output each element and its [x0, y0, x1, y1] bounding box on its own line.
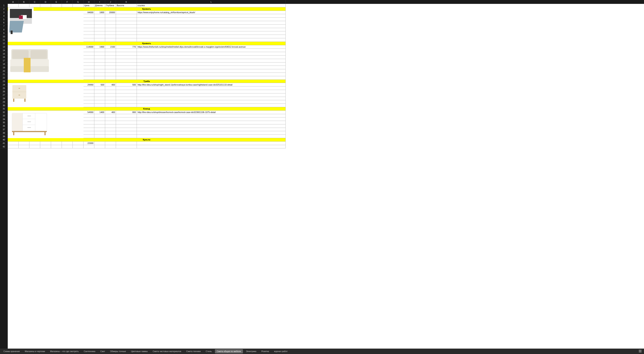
cell-42-B[interactable]: [18, 145, 30, 149]
cell-30-I[interactable]: [94, 104, 105, 107]
cell-4-E[interactable]: [51, 14, 62, 18]
cell-37-E[interactable]: [51, 128, 62, 131]
cell-3-D[interactable]: [40, 11, 51, 14]
cell-24-K[interactable]: 500: [116, 83, 137, 87]
cell-26-F[interactable]: [62, 90, 73, 93]
row-header-18[interactable]: 18: [0, 63, 8, 66]
cell-17-H[interactable]: [84, 59, 94, 63]
row-header-40[interactable]: 40: [0, 138, 8, 142]
cell-33-G[interactable]: [73, 114, 84, 118]
cell-3-G[interactable]: [73, 11, 84, 14]
cell-7-F[interactable]: [62, 25, 73, 28]
cell-21-G[interactable]: [73, 73, 84, 76]
cell-17-J[interactable]: [105, 59, 116, 63]
cell-25-E[interactable]: [51, 87, 62, 90]
cell-10-K[interactable]: [116, 35, 137, 38]
cell-36-K[interactable]: [116, 124, 137, 128]
cell-11-G[interactable]: [73, 38, 84, 42]
cell-26-H[interactable]: [84, 90, 94, 93]
cell-42-K[interactable]: [116, 145, 137, 149]
row-header-19[interactable]: 19: [0, 66, 8, 69]
cell-28-C[interactable]: [30, 97, 40, 100]
cell-30-E[interactable]: [51, 104, 62, 107]
cell-17-I[interactable]: [94, 59, 105, 63]
cell-6-K[interactable]: [116, 21, 137, 25]
cell-19-I[interactable]: [94, 66, 105, 69]
cell-9-D[interactable]: [40, 31, 51, 35]
cell-33-L[interactable]: [137, 114, 286, 118]
cell-16-J[interactable]: [105, 56, 116, 59]
cell-27-E[interactable]: [51, 93, 62, 97]
cell-29-C[interactable]: [30, 100, 40, 104]
cell-38-L[interactable]: [137, 131, 286, 135]
cell-32-H[interactable]: 54990: [84, 111, 94, 114]
col-header-L[interactable]: L: [137, 0, 286, 4]
cell-10-H[interactable]: [84, 35, 94, 38]
cell-29-L[interactable]: [137, 100, 286, 104]
row-header-22[interactable]: 22: [0, 76, 8, 80]
cell-33-I[interactable]: [94, 114, 105, 118]
sheet-tab[interactable]: Розетка: [260, 349, 271, 353]
cell-38-F[interactable]: [62, 131, 73, 135]
cell-30-A[interactable]: [8, 104, 18, 107]
cell-24-I[interactable]: 500: [94, 83, 105, 87]
cell-34-H[interactable]: [84, 117, 94, 121]
cell-15-K[interactable]: [116, 52, 137, 56]
cell-19-G[interactable]: [73, 66, 84, 69]
cell-7-L[interactable]: [137, 25, 286, 28]
cell-24-D[interactable]: [40, 83, 51, 87]
cell-11-L[interactable]: [137, 38, 286, 42]
cell-24-C[interactable]: [30, 83, 40, 87]
row-header-4[interactable]: 4: [0, 14, 8, 18]
cell-39-H[interactable]: [84, 135, 94, 138]
cell-3-I[interactable]: 1800: [94, 11, 105, 14]
cell-10-B[interactable]: [18, 35, 30, 38]
cell-39-F[interactable]: [62, 135, 73, 138]
section-title[interactable]: Кровать: [8, 42, 286, 45]
cell-39-E[interactable]: [51, 135, 62, 138]
cell-34-L[interactable]: [137, 117, 286, 121]
cell-15-E[interactable]: [51, 52, 62, 56]
row-header-34[interactable]: 34: [0, 117, 8, 121]
row-header-6[interactable]: 6: [0, 21, 8, 25]
cell-22-F[interactable]: [62, 76, 73, 80]
cell-32-F[interactable]: [62, 111, 73, 114]
cell-30-K[interactable]: [116, 104, 137, 107]
cell-24-L[interactable]: http://the-idea.ru/shop/night_stand-1/pr…: [137, 83, 286, 87]
cell-22-E[interactable]: [51, 76, 62, 80]
cell-11-C[interactable]: [30, 38, 40, 42]
cell-28-D[interactable]: [40, 97, 51, 100]
sheet-tab[interactable]: Смета чистовых материалов: [151, 349, 183, 353]
cell-37-K[interactable]: [116, 128, 137, 131]
cell-19-H[interactable]: [84, 66, 94, 69]
cell-5-E[interactable]: [51, 18, 62, 21]
sheet-tab[interactable]: Сантехника: [82, 349, 97, 353]
sheet-tab[interactable]: Стиль: [204, 349, 214, 353]
cell-14-K[interactable]: [116, 49, 137, 52]
cell-41-K[interactable]: [116, 142, 137, 145]
cell-6-F[interactable]: [62, 21, 73, 25]
cell-5-H[interactable]: [84, 18, 94, 21]
section-title[interactable]: Тумба: [8, 80, 286, 83]
cell-8-D[interactable]: [40, 28, 51, 32]
cell-17-F[interactable]: [62, 59, 73, 63]
cell-39-I[interactable]: [94, 135, 105, 138]
cell-25-L[interactable]: [137, 87, 286, 90]
section-title[interactable]: Комод: [8, 107, 286, 111]
cell-36-J[interactable]: [105, 124, 116, 128]
cell-16-I[interactable]: [94, 56, 105, 59]
cell-1-H[interactable]: Цена: [84, 4, 94, 7]
cell-19-L[interactable]: [137, 66, 286, 69]
cell-35-G[interactable]: [73, 121, 84, 124]
cell-36-E[interactable]: [51, 124, 62, 128]
cell-18-J[interactable]: [105, 63, 116, 66]
cell-29-E[interactable]: [51, 100, 62, 104]
cell-1-B[interactable]: [18, 4, 30, 7]
cell-30-B[interactable]: [18, 104, 30, 107]
cell-1-C[interactable]: [30, 4, 40, 7]
cell-15-G[interactable]: [73, 52, 84, 56]
row-header-1[interactable]: 1: [0, 4, 8, 7]
cell-14-H[interactable]: [84, 49, 94, 52]
cell-7-I[interactable]: [94, 25, 105, 28]
cell-41-F[interactable]: [62, 142, 73, 145]
